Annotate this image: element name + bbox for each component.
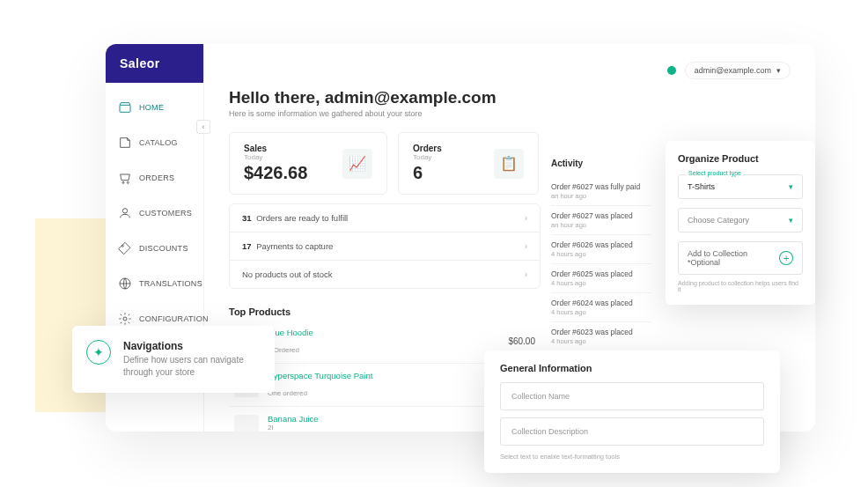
navigations-card[interactable]: ✦ Navigations Define how users can navig… (72, 326, 275, 393)
chevron-down-icon: ▾ (789, 182, 793, 191)
cart-icon (118, 171, 132, 185)
svg-point-2 (127, 181, 129, 183)
orders-value: 6 (413, 163, 442, 183)
chevron-right-icon: › (525, 269, 527, 279)
activity-item[interactable]: Order #6027 was fully paidan hour ago (551, 177, 651, 206)
svg-point-4 (121, 245, 123, 247)
discount-icon (118, 241, 132, 255)
nav-orders[interactable]: ORDERS (106, 160, 203, 196)
nav-label: CONFIGURATION (139, 314, 209, 323)
collection-description-input[interactable]: Collection Description (500, 417, 764, 446)
status-list: 31 Orders are ready to fulfill › 17 Paym… (229, 203, 541, 289)
nav-label: CUSTOMERS (139, 209, 192, 218)
svg-point-6 (123, 317, 127, 321)
card-title: Orders (413, 144, 442, 153)
organize-product-panel: Organize Product Select product type T-S… (666, 141, 815, 305)
collection-name-input[interactable]: Collection Name (500, 382, 764, 410)
nav-translations[interactable]: TRANSLATIONS (106, 266, 203, 301)
sales-value: $426.68 (244, 163, 307, 183)
orders-icon: 📋 (494, 149, 524, 179)
brand-logo: Saleor (106, 44, 203, 83)
nav-label: ORDERS (139, 173, 174, 182)
activity-item[interactable]: Order #6025 was placed4 hours ago (551, 264, 651, 293)
svg-rect-0 (120, 105, 130, 112)
panel-title: General Information (500, 363, 764, 373)
add-icon[interactable]: + (779, 251, 793, 265)
panel-title: Organize Product (678, 153, 803, 164)
activity-item[interactable]: Order #6027 was placedan hour ago (551, 206, 651, 235)
status-row-fulfill[interactable]: 31 Orders are ready to fulfill › (230, 204, 540, 232)
home-icon (118, 100, 132, 114)
user-menu[interactable]: admin@example.com ▾ (685, 62, 791, 79)
chevron-down-icon: ▾ (776, 66, 781, 75)
chevron-down-icon: ▾ (789, 216, 793, 225)
top-bar: admin@example.com ▾ (229, 62, 791, 79)
card-title: Navigations (123, 340, 261, 352)
compass-icon: ✦ (86, 340, 111, 365)
nav-home[interactable]: HOME (106, 90, 203, 125)
category-select[interactable]: Choose Category ▾ (678, 208, 803, 232)
nav-discounts[interactable]: DISCOUNTS (106, 231, 203, 266)
catalog-icon (118, 136, 132, 150)
gear-icon (118, 312, 132, 326)
product-price: $60.00 (508, 336, 535, 346)
activity-title: Activity (551, 159, 651, 168)
chevron-right-icon: › (525, 241, 527, 251)
page-subtitle: Here is some information we gathered abo… (229, 109, 791, 118)
nav-label: HOME (139, 103, 164, 112)
card-period: Today (413, 153, 442, 161)
nav-label: CATALOG (139, 138, 178, 147)
activity-item[interactable]: Order #6023 was placed4 hours ago (551, 322, 651, 351)
card-period: Today (244, 153, 307, 161)
card-subtitle: Define how users can navigate through yo… (123, 354, 261, 379)
hint-text: Select text to enable text-formatting to… (500, 453, 764, 461)
card-title: Sales (244, 144, 307, 153)
sales-card[interactable]: Sales Today $426.68 📈 (229, 132, 387, 195)
nav-label: TRANSLATIONS (139, 279, 202, 288)
product-type-select[interactable]: Select product type T-Shirts ▾ (678, 174, 803, 199)
customers-icon (118, 206, 132, 220)
general-information-panel: General Information Collection Name Coll… (484, 350, 780, 473)
product-name: Blue Hoodie (268, 328, 499, 337)
status-indicator (667, 66, 676, 75)
orders-card[interactable]: Orders Today 6 📋 (398, 132, 539, 195)
nav-catalog[interactable]: CATALOG (106, 125, 203, 160)
chart-icon: 📈 (342, 149, 372, 179)
hint-text: Adding product to collection helps users… (678, 280, 803, 292)
product-name: Hyperspace Turquoise Paint (268, 371, 504, 380)
user-email: admin@example.com (695, 66, 771, 75)
activity-item[interactable]: Order #6026 was placed4 hours ago (551, 235, 651, 264)
nav-customers[interactable]: CUSTOMERS (106, 196, 203, 231)
svg-point-3 (122, 209, 127, 213)
product-thumb (234, 415, 259, 432)
svg-point-1 (122, 181, 124, 183)
add-to-collection[interactable]: Add to Collection *Optional + (678, 241, 803, 275)
chevron-right-icon: › (525, 213, 527, 223)
activity-item[interactable]: Order #6024 was placed4 hours ago (551, 293, 651, 322)
status-row-payments[interactable]: 17 Payments to capture › (230, 232, 540, 261)
collapse-sidebar-button[interactable]: ‹ (196, 120, 210, 134)
status-row-stock[interactable]: No products out of stock › (230, 261, 540, 288)
nav-label: DISCOUNTS (139, 244, 188, 253)
globe-icon (118, 277, 132, 291)
page-title: Hello there, admin@example.com (229, 88, 791, 107)
